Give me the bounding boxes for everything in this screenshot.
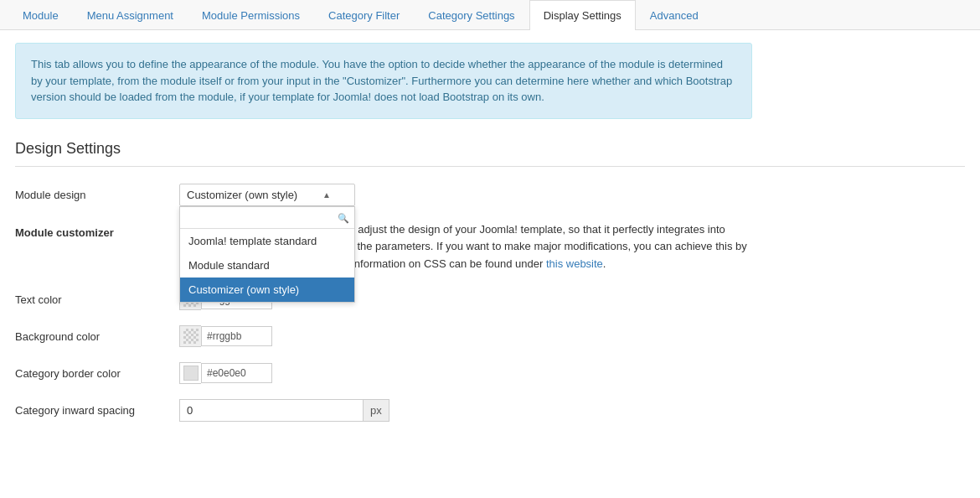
background-color-swatch[interactable]: [179, 325, 201, 347]
category-border-color-control: [179, 362, 965, 384]
px-addon: px: [364, 399, 389, 422]
category-border-color-input[interactable]: [201, 363, 272, 383]
dropdown-arrow-icon: ▲: [322, 190, 331, 200]
category-inward-spacing-control: px: [179, 399, 965, 422]
dropdown-search-wrap: 🔍: [180, 207, 354, 229]
module-customizer-label: Module customizer: [15, 221, 166, 239]
checker-pattern-bg-icon: [183, 329, 199, 344]
module-customizer-row: Module customizer With the module custom…: [15, 221, 965, 273]
tab-category-filter[interactable]: Category Filter: [314, 0, 414, 30]
category-border-color-row: Category border color: [15, 362, 965, 384]
tab-advanced[interactable]: Advanced: [636, 0, 713, 30]
category-inward-spacing-label: Category inward spacing: [15, 399, 166, 417]
dropdown-option-joomla-template[interactable]: Joomla! template standard: [180, 229, 354, 253]
search-icon: 🔍: [338, 212, 349, 223]
background-color-control: [179, 325, 965, 347]
dropdown-selected-value[interactable]: Customizer (own style) ▲: [179, 184, 355, 206]
category-inward-spacing-row: Category inward spacing px: [15, 399, 965, 422]
background-color-row: Background color: [15, 325, 965, 347]
tab-menu-assignment[interactable]: Menu Assignment: [73, 0, 188, 30]
module-design-label: Module design: [15, 184, 166, 201]
dropdown-open-panel: 🔍 Joomla! template standard Module stand…: [179, 206, 355, 303]
dropdown-option-customizer[interactable]: Customizer (own style): [180, 278, 354, 302]
tab-module[interactable]: Module: [8, 0, 73, 30]
tabs-bar: Module Menu Assignment Module Permission…: [0, 0, 980, 30]
category-border-color-swatch[interactable]: [179, 362, 201, 384]
tab-module-permissions[interactable]: Module Permissions: [188, 0, 314, 30]
category-inward-spacing-input[interactable]: [179, 399, 364, 422]
info-text: This tab allows you to define the appear…: [31, 58, 732, 103]
customizer-desc-part3: .: [603, 257, 606, 270]
module-design-row: Module design Customizer (own style) ▲ 🔍…: [15, 184, 965, 206]
tab-category-settings[interactable]: Category Settings: [414, 0, 529, 30]
module-design-control: Customizer (own style) ▲ 🔍 Joomla! templ…: [179, 184, 965, 206]
module-design-dropdown[interactable]: Customizer (own style) ▲ 🔍 Joomla! templ…: [179, 184, 355, 206]
tab-display-settings[interactable]: Display Settings: [529, 0, 636, 30]
customizer-link[interactable]: this website: [546, 257, 603, 270]
section-title: Design Settings: [15, 140, 965, 167]
category-border-color-label: Category border color: [15, 362, 166, 380]
info-box: This tab allows you to define the appear…: [15, 43, 752, 119]
text-color-label: Text color: [15, 288, 166, 306]
background-color-label: Background color: [15, 325, 166, 343]
content-area: Design Settings Module design Customizer…: [0, 132, 980, 454]
spacing-input-addon-wrap: px: [179, 399, 965, 422]
dropdown-search-input[interactable]: [180, 207, 354, 229]
background-color-input[interactable]: [201, 326, 272, 346]
category-border-color-input-wrap: [179, 362, 280, 384]
text-color-row: Text color: [15, 288, 965, 310]
background-color-input-wrap: [179, 325, 280, 347]
dropdown-option-module-standard[interactable]: Module standard: [180, 253, 354, 278]
solid-color-icon: [183, 366, 199, 381]
